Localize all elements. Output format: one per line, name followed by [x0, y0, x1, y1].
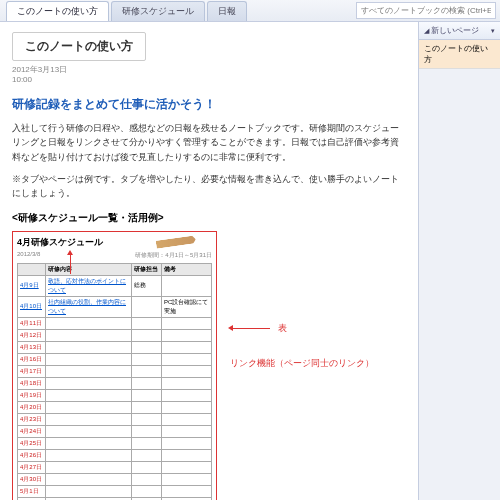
example-subtitle: 2012/3/8研修期間：4月1日～5月31日 — [17, 251, 212, 260]
tab-report[interactable]: 日報 — [207, 1, 247, 21]
timestamp: 2012年3月13日10:00 — [12, 65, 406, 86]
tab-howto[interactable]: このノートの使い方 — [6, 1, 109, 21]
table-row: 4月10日社内組織の役割、作業内容についてPC設台確認にて実施 — [18, 296, 212, 317]
table-row: 5月1日 — [18, 485, 212, 497]
new-page-button[interactable]: ◢ 新しいページ ▾ — [419, 22, 500, 40]
paragraph-1: 入社して行う研修の日程や、感想などの日報を残せるノートブックです。研修期間のスケ… — [12, 121, 406, 164]
table-row: 4月30日 — [18, 473, 212, 485]
dropdown-icon: ▾ — [491, 27, 495, 35]
page-title: このノートの使い方 — [25, 38, 133, 55]
page-content: このノートの使い方 2012年3月13日10:00 研修記録をまとめて仕事に活か… — [0, 22, 418, 500]
table-row: 4月13日 — [18, 341, 212, 353]
notebook-tabs: このノートの使い方 研修スケジュール 日報 — [0, 0, 352, 21]
table-row: 4月11日 — [18, 317, 212, 329]
subheading: <研修スケジュール一覧・活用例> — [12, 211, 406, 225]
table-row: 4月9日敬語、応対作法のポイントについて総務 — [18, 275, 212, 296]
table-row: 4月25日 — [18, 437, 212, 449]
tab-schedule[interactable]: 研修スケジュール — [111, 1, 205, 21]
table-row: 4月12日 — [18, 329, 212, 341]
table-row: 4月20日 — [18, 401, 212, 413]
table-row: 4月24日 — [18, 425, 212, 437]
table-row: 4月23日 — [18, 413, 212, 425]
search-input[interactable] — [356, 2, 496, 19]
paragraph-2: ※タブやページは例です。タブを増やしたり、必要な情報を書き込んで、使い勝手のよい… — [12, 172, 406, 201]
caret-icon: ◢ — [424, 27, 429, 35]
table-header-row: 研修内容 研修担当 備考 — [18, 263, 212, 275]
schedule-table: 研修内容 研修担当 備考 4月9日敬語、応対作法のポイントについて総務 4月10… — [17, 263, 212, 500]
table-row: 4月27日 — [18, 461, 212, 473]
table-row: 4月17日 — [18, 365, 212, 377]
table-row: 4月26日 — [18, 449, 212, 461]
page-title-box[interactable]: このノートの使い方 — [12, 32, 146, 61]
table-row: 4月18日 — [18, 377, 212, 389]
arrow-up-icon — [70, 252, 71, 274]
arrow-left-icon — [230, 328, 270, 329]
sidebar-item-howto[interactable]: このノートの使い方 — [419, 40, 500, 69]
table-row: 4月16日 — [18, 353, 212, 365]
annotation-table: 表 — [230, 322, 287, 335]
schedule-example: 4月研修スケジュール 2012/3/8研修期間：4月1日～5月31日 研修内容 … — [12, 231, 217, 500]
annotation-link: リンク機能（ページ同士のリンク） — [230, 357, 374, 370]
page-sidebar: ◢ 新しいページ ▾ このノートの使い方 — [418, 22, 500, 500]
table-row: 4月19日 — [18, 389, 212, 401]
heading: 研修記録をまとめて仕事に活かそう！ — [12, 96, 406, 113]
